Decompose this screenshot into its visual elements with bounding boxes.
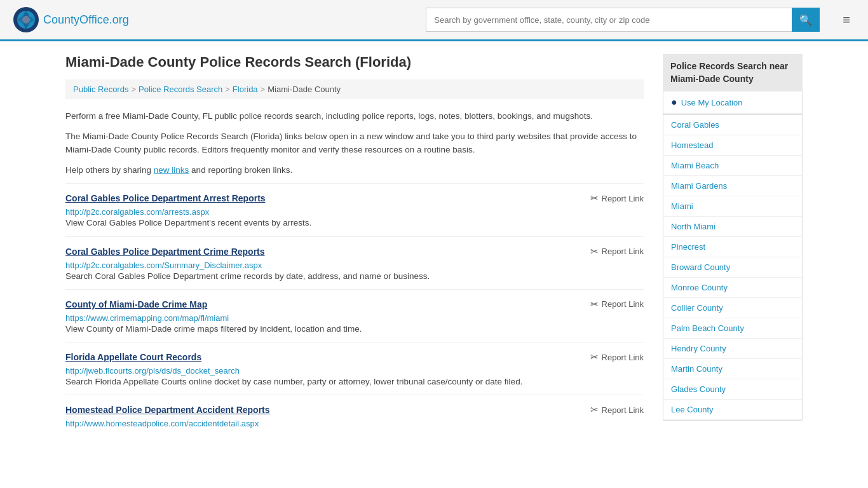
breadcrumb-sep-3: > <box>261 85 266 94</box>
result-desc: Search Florida Appellate Courts online d… <box>65 376 644 388</box>
result-header: Homestead Police Department Accident Rep… <box>65 404 644 416</box>
scissors-icon: ✂ <box>590 246 599 257</box>
sidebar-link-9[interactable]: Collier County <box>663 298 802 318</box>
breadcrumb-police-records[interactable]: Police Records Search <box>139 85 222 94</box>
sidebar-item-5[interactable]: North Miami <box>663 217 802 237</box>
result-header: Coral Gables Police Department Crime Rep… <box>65 246 644 257</box>
scissors-icon: ✂ <box>590 299 599 310</box>
sidebar-link-1[interactable]: Homestead <box>663 135 802 155</box>
result-item: Homestead Police Department Accident Rep… <box>65 395 644 435</box>
sidebar-link-4[interactable]: Miami <box>663 196 802 216</box>
sidebar-link-2[interactable]: Miami Beach <box>663 156 802 175</box>
result-item: Coral Gables Police Department Arrest Re… <box>65 183 644 236</box>
sidebar-link-5[interactable]: North Miami <box>663 217 802 236</box>
report-link-button[interactable]: ✂ Report Link <box>590 299 644 310</box>
desc-para3-post: and reporting broken links. <box>189 165 292 175</box>
sidebar-link-7[interactable]: Broward County <box>663 257 802 277</box>
sidebar-link-13[interactable]: Glades County <box>663 379 802 399</box>
sidebar-item-9[interactable]: Collier County <box>663 298 802 318</box>
report-link-button[interactable]: ✂ Report Link <box>590 246 644 257</box>
sidebar-link-0[interactable]: Coral Gables <box>663 115 802 135</box>
report-link-label: Report Link <box>602 247 644 256</box>
sidebar-link-12[interactable]: Martin County <box>663 359 802 379</box>
sidebar-items-list: Coral GablesHomesteadMiami BeachMiami Ga… <box>663 115 803 421</box>
sidebar-link-3[interactable]: Miami Gardens <box>663 176 802 196</box>
breadcrumb-sep-2: > <box>225 85 230 94</box>
report-link-label: Report Link <box>602 405 644 415</box>
logo-text: CountyOffice.org <box>43 13 129 27</box>
result-title[interactable]: Coral Gables Police Department Crime Rep… <box>65 247 265 257</box>
result-desc: View Coral Gables Police Department's re… <box>65 217 644 229</box>
sidebar-item-0[interactable]: Coral Gables <box>663 115 802 135</box>
result-url[interactable]: http://www.homesteadpolice.com/accidentd… <box>65 419 259 428</box>
sidebar-item-12[interactable]: Martin County <box>663 359 802 379</box>
result-url[interactable]: http://p2c.coralgables.com/Summary_Discl… <box>65 261 262 270</box>
description-para1: Perform a free Miami-Dade County, FL pub… <box>65 109 644 123</box>
logo-name: CountyOffice <box>43 13 109 26</box>
result-desc: View County of Miami-Dade crime maps fil… <box>65 323 644 336</box>
hamburger-icon: ≡ <box>843 13 850 27</box>
result-url[interactable]: http://jweb.flcourts.org/pls/ds/ds_docke… <box>65 366 240 376</box>
sidebar-item-2[interactable]: Miami Beach <box>663 156 802 176</box>
sidebar-title: Police Records Search near Miami-Dade Co… <box>663 54 803 92</box>
breadcrumb: Public Records > Police Records Search >… <box>65 79 644 99</box>
sidebar-item-7[interactable]: Broward County <box>663 257 802 278</box>
scissors-icon: ✂ <box>590 351 599 363</box>
sidebar-list: ● Use My Location <box>663 92 803 115</box>
main-container: Miami-Dade County Police Records Search … <box>53 41 815 447</box>
sidebar-item-8[interactable]: Monroe County <box>663 278 802 298</box>
sidebar-item-13[interactable]: Glades County <box>663 379 802 400</box>
report-link-label: Report Link <box>602 299 644 309</box>
sidebar-item-3[interactable]: Miami Gardens <box>663 176 802 196</box>
results-list: Coral Gables Police Department Arrest Re… <box>65 183 644 435</box>
sidebar-link-6[interactable]: Pinecrest <box>663 237 802 257</box>
scissors-icon: ✂ <box>590 193 599 204</box>
sidebar-link-11[interactable]: Hendry County <box>663 339 802 358</box>
sidebar-item-14[interactable]: Lee County <box>663 400 802 420</box>
menu-button[interactable]: ≡ <box>837 10 855 30</box>
location-icon: ● <box>671 97 677 108</box>
sidebar-item-10[interactable]: Palm Beach County <box>663 318 802 339</box>
report-link-label: Report Link <box>602 353 644 362</box>
description-para3: Help others by sharing new links and rep… <box>65 163 644 177</box>
use-location-label: Use My Location <box>681 98 743 107</box>
sidebar-link-10[interactable]: Palm Beach County <box>663 318 802 338</box>
result-header: County of Miami-Dade Crime Map ✂ Report … <box>65 299 644 310</box>
sidebar-item-6[interactable]: Pinecrest <box>663 237 802 257</box>
result-item: Florida Appellate Court Records ✂ Report… <box>65 342 644 395</box>
report-link-button[interactable]: ✂ Report Link <box>590 193 644 204</box>
sidebar-link-8[interactable]: Monroe County <box>663 278 802 297</box>
logo[interactable]: CountyOffice.org <box>13 6 129 33</box>
search-input[interactable] <box>426 8 792 32</box>
result-desc: Search Coral Gables Police Department cr… <box>65 270 644 283</box>
result-title[interactable]: Coral Gables Police Department Arrest Re… <box>65 193 266 203</box>
header: CountyOffice.org 🔍 ≡ <box>0 0 868 41</box>
report-link-button[interactable]: ✂ Report Link <box>590 404 644 416</box>
breadcrumb-florida[interactable]: Florida <box>233 85 258 94</box>
content-area: Miami-Dade County Police Records Search … <box>65 54 644 435</box>
result-url[interactable]: http://p2c.coralgables.com/arrests.aspx <box>65 207 209 217</box>
use-location-item[interactable]: ● Use My Location <box>663 92 802 114</box>
result-title[interactable]: Florida Appellate Court Records <box>65 352 201 362</box>
sidebar-item-11[interactable]: Hendry County <box>663 339 802 359</box>
sidebar-link-14[interactable]: Lee County <box>663 400 802 419</box>
breadcrumb-current: Miami-Dade County <box>268 85 341 94</box>
sidebar-item-4[interactable]: Miami <box>663 196 802 217</box>
result-header: Florida Appellate Court Records ✂ Report… <box>65 351 644 363</box>
result-title[interactable]: County of Miami-Dade Crime Map <box>65 299 207 309</box>
search-button[interactable]: 🔍 <box>792 8 820 32</box>
new-links-link[interactable]: new links <box>154 165 189 175</box>
sidebar-item-1[interactable]: Homestead <box>663 135 802 156</box>
sidebar: Police Records Search near Miami-Dade Co… <box>663 54 803 435</box>
sidebar-use-location[interactable]: ● Use My Location <box>663 92 802 114</box>
report-link-button[interactable]: ✂ Report Link <box>590 351 644 363</box>
result-title[interactable]: Homestead Police Department Accident Rep… <box>65 405 270 415</box>
breadcrumb-public-records[interactable]: Public Records <box>73 85 128 94</box>
result-header: Coral Gables Police Department Arrest Re… <box>65 193 644 204</box>
result-url[interactable]: https://www.crimemapping.com/map/fl/miam… <box>65 313 229 323</box>
report-link-label: Report Link <box>602 194 644 203</box>
desc-para3-pre: Help others by sharing <box>65 165 154 175</box>
description-para2: The Miami-Dade County Police Records Sea… <box>65 130 644 157</box>
search-area: 🔍 <box>426 8 820 32</box>
logo-org: .org <box>109 13 129 26</box>
